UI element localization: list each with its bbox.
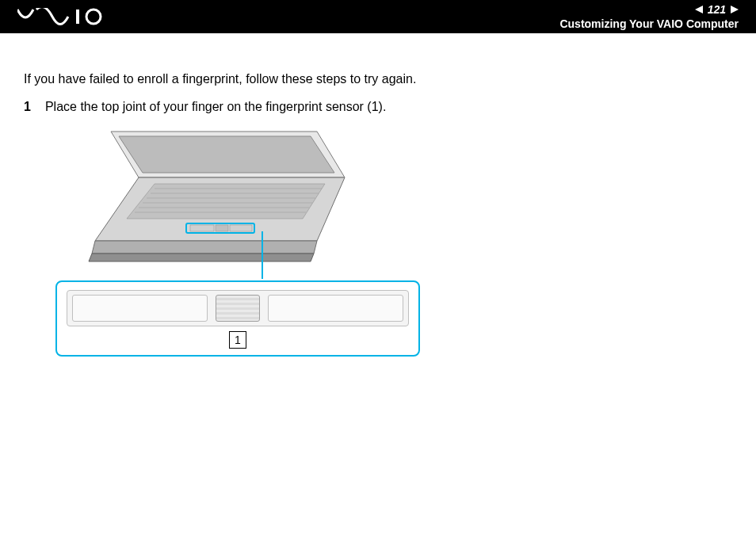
header-right: 121 Customizing Your VAIO Computer — [559, 3, 739, 30]
sensor-right-button — [268, 295, 403, 322]
prev-page-arrow-icon[interactable] — [695, 6, 703, 13]
callout-label-text: 1 — [235, 332, 241, 348]
header-bar: 121 Customizing Your VAIO Computer — [0, 0, 756, 33]
step-row: 1 Place the top joint of your finger on … — [24, 97, 732, 116]
step-number: 1 — [24, 97, 31, 116]
vaio-logo — [17, 8, 105, 25]
step-text: Place the top joint of your finger on th… — [45, 97, 386, 116]
svg-marker-16 — [92, 241, 317, 254]
svg-marker-5 — [127, 184, 325, 219]
svg-rect-0 — [76, 10, 79, 24]
page-number: 121 — [708, 3, 726, 16]
svg-rect-14 — [216, 225, 228, 231]
svg-marker-3 — [119, 136, 334, 173]
next-page-arrow-icon[interactable] — [731, 6, 739, 13]
svg-rect-13 — [190, 225, 214, 231]
sensor-left-button — [72, 295, 208, 322]
fingerprint-sensor-callout: 1 — [55, 280, 420, 357]
callout-label-box: 1 — [229, 331, 246, 349]
section-title: Customizing Your VAIO Computer — [559, 17, 739, 30]
intro-text: If you have failed to enroll a fingerpri… — [24, 70, 732, 88]
figure-area: 1 — [55, 130, 420, 357]
page-content: If you have failed to enroll a fingerpri… — [0, 33, 756, 357]
svg-point-1 — [86, 10, 101, 24]
callout-connector-line — [262, 231, 263, 279]
laptop-illustration — [79, 130, 365, 273]
fingerprint-sensor-icon — [216, 295, 260, 322]
svg-marker-17 — [89, 254, 314, 261]
sensor-bar-diagram — [67, 290, 409, 326]
svg-rect-15 — [230, 225, 252, 231]
page-navigation: 121 — [695, 3, 739, 16]
